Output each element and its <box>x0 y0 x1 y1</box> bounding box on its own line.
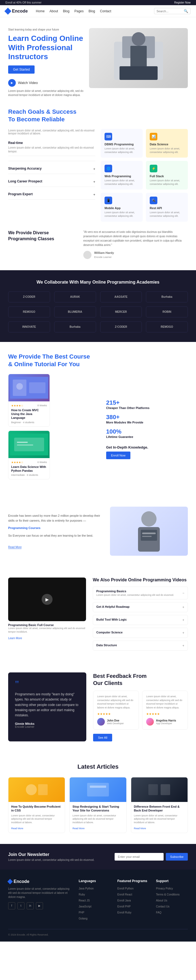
play-icon[interactable]: ▶ <box>8 79 16 87</box>
partners-section: We Collaborate With Many Online Programm… <box>0 270 196 342</box>
search-icon[interactable]: 🔍 <box>184 9 188 13</box>
about-img-placeholder <box>110 507 188 556</box>
knowledge-block: Get In-Depth Knowledge. Enroll Now <box>106 445 188 459</box>
register-link[interactable]: Register Now <box>174 1 191 4</box>
video-item-4[interactable]: Computer Science + <box>93 628 188 638</box>
footer-link-terms[interactable]: Terms & Conditions <box>156 893 180 896</box>
goal-card-api: 🔌 Rest API Lorem ipsum dolor sit amet, c… <box>146 193 188 221</box>
course-cards: ★★★★☆ 8 Weeks How to Create MVC Using th… <box>8 374 95 479</box>
video-play-button[interactable]: ▶ <box>42 594 52 605</box>
video-item-5[interactable]: Data Structure + <box>93 641 188 651</box>
social-icons: f t in ▶ <box>8 902 72 909</box>
search-box[interactable]: 🔍 <box>154 8 191 14</box>
nav-logo[interactable]: Encode <box>5 9 28 14</box>
goal-card-web-desc: Lorem ipsum dolor sit amet, consectetur … <box>104 179 139 186</box>
partner-10: Burhaka <box>54 321 96 332</box>
video-item-3-info: Build Tool With Logic <box>96 618 127 622</box>
twitter-icon[interactable]: t <box>17 902 24 909</box>
article-title-2: Stop Redesigning & Start Tuning Your Sit… <box>73 805 123 813</box>
footer-link-contact[interactable]: Contact Us <box>156 905 169 908</box>
article-card-3: Difference Between Front End & Back End … <box>131 777 188 833</box>
article-read-2[interactable]: Read More <box>73 827 85 830</box>
enroll-button[interactable]: Enroll Now <box>106 452 130 459</box>
footer-link-react[interactable]: React JS <box>79 899 90 902</box>
partner-4: Burhaka <box>146 291 188 302</box>
svg-point-8 <box>16 383 23 390</box>
hero-title-line2: With Professional <box>8 43 73 52</box>
partner-7: MERCER <box>100 307 142 317</box>
web-icon: 🌐 <box>104 165 112 172</box>
footer-link-enroll-react[interactable]: Enroll React <box>117 893 132 896</box>
article-read-3[interactable]: Read More <box>134 827 146 830</box>
hero-title-line3: Instructors <box>8 52 48 61</box>
footer-link-enroll-python[interactable]: Enroll Python <box>117 887 133 890</box>
feedback-title: Best Feedback From Our Clients <box>93 673 188 687</box>
goal-item-3[interactable]: Long Career Prospect + <box>8 177 95 187</box>
quote-author-name: William Hardy <box>94 251 114 256</box>
hero-img-placeholder <box>89 28 188 88</box>
partners-title: We Collaborate With Many Online Programm… <box>8 280 188 285</box>
hero-desc: Lorem ipsum dolor sit amet, consectetur … <box>8 89 89 97</box>
feedback-name-2: Angelina Harris <box>156 719 176 722</box>
get-started-button[interactable]: Get Started <box>8 65 35 74</box>
video-learn-more[interactable]: Learn More <box>8 637 22 640</box>
goals-intro: Lorem ipsum dolor sit amet, consectetur … <box>8 129 95 135</box>
nav-home[interactable]: Home <box>36 9 45 13</box>
footer-link-php[interactable]: PHP <box>79 911 84 914</box>
article-title-1: How To Quickly Become Proficient in CSS <box>11 805 62 813</box>
footer-link-ruby[interactable]: Ruby <box>79 893 85 896</box>
nav-blog2[interactable]: Blog <box>89 9 95 13</box>
video-box: ▶ Programming Basic Full Course Lorem ip… <box>8 578 86 651</box>
goal-card-fullstack-desc: Lorem ipsum dolor sit amet, consectetur … <box>150 179 184 186</box>
footer-link-enroll-php[interactable]: Enroll PHP <box>117 905 131 908</box>
logo-text: Encode <box>12 9 28 14</box>
footer-link-about[interactable]: About Us <box>156 899 167 902</box>
newsletter-subscribe-button[interactable]: Subscribe <box>166 853 188 861</box>
api-icon: 🔌 <box>150 197 157 204</box>
about-read-more[interactable]: Read More <box>8 546 22 549</box>
video-content: We Also Provide Online Programming Video… <box>93 578 188 651</box>
video-item-2[interactable]: Get A Helpful Roadmap + <box>93 602 188 612</box>
newsletter-title: Join Our Newsletter <box>8 852 95 857</box>
stat-num-3: 100% <box>106 428 133 435</box>
about-text: Encode has been used by more than 2 mill… <box>8 514 103 549</box>
feedback-author-2: Angelina Harris App Developer <box>146 718 184 725</box>
nav-pages[interactable]: Pages <box>74 9 84 13</box>
facebook-icon[interactable]: f <box>8 902 15 909</box>
article-read-1[interactable]: Read More <box>11 827 24 830</box>
footer-link-js[interactable]: JavaScript <box>79 905 92 908</box>
youtube-icon[interactable]: ▶ <box>36 902 43 909</box>
goal-item-4[interactable]: Program Expert + <box>8 190 95 200</box>
footer-link-privacy[interactable]: Privacy Policy <box>156 887 173 890</box>
article-card-2: Stop Redesigning & Start Tuning Your Sit… <box>70 777 126 833</box>
course-card-1: ★★★★☆ 8 Weeks How to Create MVC Using th… <box>8 374 50 427</box>
linkedin-icon[interactable]: in <box>27 902 34 909</box>
footer-col-languages-title: Languages <box>79 879 111 883</box>
video-item-1[interactable]: Programming Basics Lorem ipsum dolor sit… <box>93 587 188 599</box>
partner-2: AURAK <box>54 291 96 302</box>
video-item-3[interactable]: Build Tool With Logic + <box>93 615 188 625</box>
nav-about[interactable]: About <box>49 9 58 13</box>
course-card-2: ★★★★☆ 6 Weeks Learn Data Science With Py… <box>8 431 50 480</box>
goal-item-2[interactable]: Sharpening Accuracy + <box>8 164 95 174</box>
stats-box: 215+ Cheaper Than Other Platforms 380+ M… <box>101 374 188 485</box>
stat-num-2: 380+ <box>106 414 144 421</box>
stat-item-3: 100% Lifetime Guarantee <box>106 428 188 439</box>
newsletter-email-input[interactable] <box>115 853 164 861</box>
feedback-stars-1: ★★★★★ <box>97 712 135 716</box>
search-input[interactable] <box>156 10 184 13</box>
footer-link-faq[interactable]: FAQ <box>156 911 161 914</box>
goal-card-data-title: Data Science <box>150 143 184 146</box>
dbms-icon: ⌨ <box>104 133 112 140</box>
nav-contact[interactable]: Contact <box>100 9 111 13</box>
best-course-title: We Provide The Best Course & Online Tuto… <box>8 353 188 368</box>
course-img-1 <box>8 374 49 401</box>
nav-blog[interactable]: Blog <box>63 9 70 13</box>
footer-link-golang[interactable]: Golang <box>79 917 87 920</box>
footer-link-enroll-ruby[interactable]: Enroll Ruby <box>117 911 131 914</box>
footer-link-java[interactable]: Java Python <box>79 887 94 890</box>
see-all-button[interactable]: See All <box>93 734 112 741</box>
footer-link-enroll-java[interactable]: Enroll Java <box>117 899 131 902</box>
goal-card-api-title: Rest API <box>150 207 184 210</box>
goals-right: ⌨ DBMS Programming Lorem ipsum dolor sit… <box>101 129 188 222</box>
